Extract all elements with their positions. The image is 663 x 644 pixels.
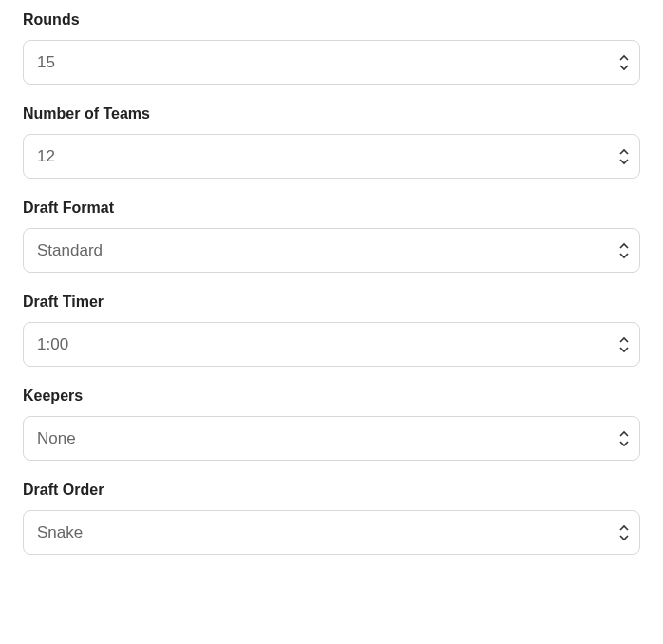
number-of-teams-field: Number of Teams 12 <box>23 105 640 179</box>
number-of-teams-select-value: 12 <box>37 147 55 166</box>
draft-timer-label: Draft Timer <box>23 294 640 311</box>
rounds-label: Rounds <box>23 11 640 28</box>
draft-order-label: Draft Order <box>23 482 640 499</box>
keepers-select-value: None <box>37 429 76 448</box>
draft-timer-select-value: 1:00 <box>37 335 68 354</box>
draft-format-label: Draft Format <box>23 199 640 217</box>
keepers-select-wrapper: None <box>23 416 640 461</box>
rounds-select[interactable]: 15 <box>23 40 640 85</box>
rounds-select-wrapper: 15 <box>23 40 640 85</box>
draft-format-select[interactable]: Standard <box>23 228 640 273</box>
rounds-field: Rounds 15 <box>23 11 640 85</box>
draft-order-select-value: Snake <box>37 523 83 542</box>
draft-format-select-wrapper: Standard <box>23 228 640 273</box>
draft-timer-select[interactable]: 1:00 <box>23 322 640 367</box>
number-of-teams-label: Number of Teams <box>23 105 640 123</box>
keepers-label: Keepers <box>23 388 640 405</box>
number-of-teams-select[interactable]: 12 <box>23 134 640 179</box>
draft-timer-select-wrapper: 1:00 <box>23 322 640 367</box>
draft-format-select-value: Standard <box>37 241 103 260</box>
keepers-select[interactable]: None <box>23 416 640 461</box>
number-of-teams-select-wrapper: 12 <box>23 134 640 179</box>
draft-order-field: Draft Order Snake <box>23 482 640 555</box>
rounds-select-value: 15 <box>37 53 55 72</box>
keepers-field: Keepers None <box>23 388 640 461</box>
draft-timer-field: Draft Timer 1:00 <box>23 294 640 367</box>
draft-format-field: Draft Format Standard <box>23 199 640 273</box>
draft-order-select-wrapper: Snake <box>23 510 640 555</box>
draft-order-select[interactable]: Snake <box>23 510 640 555</box>
